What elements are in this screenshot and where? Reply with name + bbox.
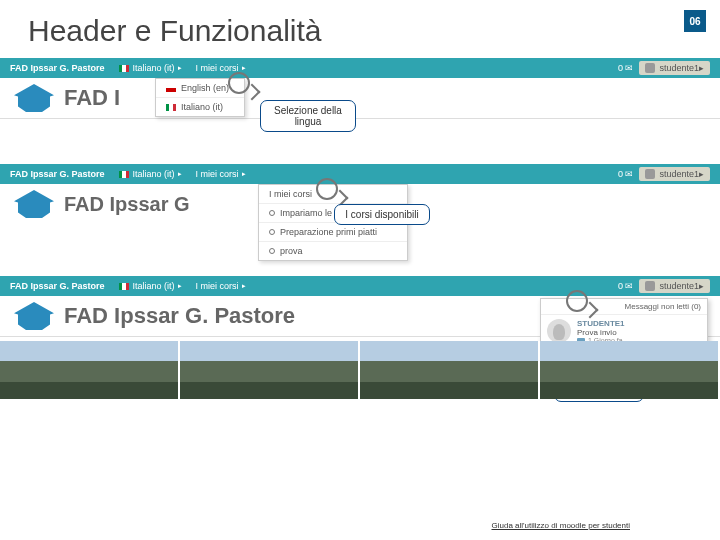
lang-label: Italiano (it) — [133, 169, 175, 179]
bullet-icon — [269, 229, 275, 235]
course-label: I miei corsi — [269, 189, 312, 199]
site-title: FAD Ipssar G — [64, 193, 190, 216]
section-language: FAD Ipssar G. Pastore Italiano (it)▸ I m… — [0, 58, 720, 154]
avatar-icon — [547, 319, 571, 343]
message-subject: Prova invio — [577, 328, 625, 337]
site-title: FAD I — [64, 85, 120, 111]
user-name: studente1 — [659, 281, 699, 291]
topbar: FAD Ipssar G. Pastore Italiano (it)▸ I m… — [0, 164, 720, 184]
courses-label: I miei corsi — [196, 63, 239, 73]
photo-strip — [0, 341, 720, 399]
flag-icon — [119, 171, 129, 178]
lang-menu[interactable]: Italiano (it)▸ — [119, 281, 182, 291]
photo-thumb — [360, 341, 540, 399]
mail-count: 0 — [618, 63, 623, 73]
mail-indicator[interactable]: 0 ✉ — [618, 63, 634, 73]
cap-logo-icon — [14, 190, 54, 218]
courses-menu[interactable]: I miei corsi▸ — [196, 63, 246, 73]
mail-count: 0 — [618, 281, 623, 291]
bullet-icon — [269, 210, 275, 216]
lang-menu[interactable]: Italiano (it)▸ — [119, 169, 182, 179]
lang-label: Italiano (it) — [133, 281, 175, 291]
user-name: studente1 — [659, 169, 699, 179]
topbar-brand[interactable]: FAD Ipssar G. Pastore — [10, 169, 105, 179]
mail-indicator[interactable]: 0 ✉ — [618, 281, 634, 291]
flag-icon — [119, 283, 129, 290]
topbar-brand[interactable]: FAD Ipssar G. Pastore — [10, 281, 105, 291]
photo-thumb — [0, 341, 180, 399]
callout-language: Selezione della lingua — [260, 100, 356, 132]
topbar: FAD Ipssar G. Pastore Italiano (it)▸ I m… — [0, 58, 720, 78]
callout-courses: I corsi disponibili — [334, 204, 430, 225]
user-chip[interactable]: studente1 ▸ — [639, 61, 710, 75]
courses-menu[interactable]: I miei corsi▸ — [196, 169, 246, 179]
courses-label: I miei corsi — [196, 281, 239, 291]
cap-logo-icon — [14, 302, 54, 330]
section-messages: FAD Ipssar G. Pastore Italiano (it)▸ I m… — [0, 276, 720, 476]
lang-option-label: English (en) — [181, 83, 229, 93]
cap-logo-icon — [14, 84, 54, 112]
lang-option-label: Italiano (it) — [181, 102, 223, 112]
lang-label: Italiano (it) — [133, 63, 175, 73]
flag-icon — [119, 65, 129, 72]
site-title: FAD Ipssar G. Pastore — [64, 303, 295, 329]
site-banner: FAD I — [0, 78, 720, 119]
topbar-brand[interactable]: FAD Ipssar G. Pastore — [10, 63, 105, 73]
bullet-icon — [269, 248, 275, 254]
photo-thumb — [540, 341, 720, 399]
lang-option-en[interactable]: English (en) — [156, 79, 244, 97]
lang-dropdown[interactable]: English (en) Italiano (it) — [155, 78, 245, 117]
topbar: FAD Ipssar G. Pastore Italiano (it)▸ I m… — [0, 276, 720, 296]
section-courses: FAD Ipssar G. Pastore Italiano (it)▸ I m… — [0, 164, 720, 266]
course-label: prova — [280, 246, 303, 256]
user-name: studente1 — [659, 63, 699, 73]
flag-en-icon — [166, 85, 176, 92]
messages-header: Messaggi non letti (0) — [541, 299, 707, 315]
user-chip[interactable]: studente1 ▸ — [639, 279, 710, 293]
avatar-icon — [645, 63, 655, 73]
lang-menu[interactable]: Italiano (it)▸ — [119, 63, 182, 73]
mail-indicator[interactable]: 0 ✉ — [618, 169, 634, 179]
course-label: Preparazione primi piatti — [280, 227, 377, 237]
flag-it-icon — [166, 104, 176, 111]
page-number-badge: 06 — [684, 10, 706, 32]
courses-label: I miei corsi — [196, 169, 239, 179]
avatar-icon — [645, 169, 655, 179]
message-from: STUDENTE1 — [577, 319, 625, 328]
user-chip[interactable]: studente1 ▸ — [639, 167, 710, 181]
slide-title: Header e Funzionalità — [0, 0, 720, 58]
lang-option-it[interactable]: Italiano (it) — [156, 97, 244, 116]
avatar-icon — [645, 281, 655, 291]
footer-caption: Giuda all'utilizzo di moodle per student… — [492, 521, 631, 530]
mail-count: 0 — [618, 169, 623, 179]
course-option[interactable]: prova — [259, 241, 407, 260]
course-option[interactable]: I miei corsi — [259, 185, 407, 203]
photo-thumb — [180, 341, 360, 399]
courses-menu[interactable]: I miei corsi▸ — [196, 281, 246, 291]
